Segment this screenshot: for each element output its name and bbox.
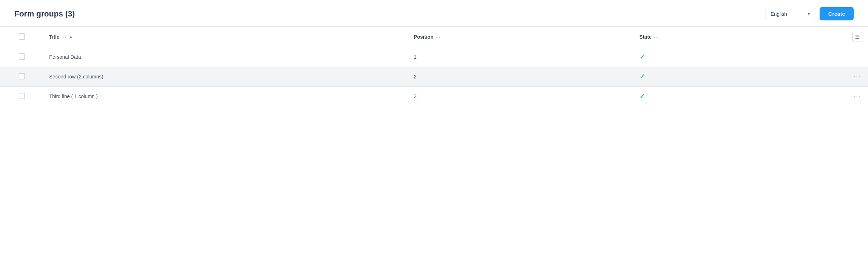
row-state: ✓: [634, 47, 825, 67]
row-actions-menu[interactable]: ···: [825, 47, 868, 67]
th-position-dots[interactable]: ···: [436, 34, 441, 40]
create-button[interactable]: Create: [820, 7, 854, 20]
row-position: 2: [408, 67, 633, 87]
row-actions-menu[interactable]: ···: [825, 87, 868, 106]
page-container: Form groups (3) English ▾ Create Title: [0, 0, 868, 270]
row-checkbox[interactable]: [19, 73, 25, 79]
table-body: Personal Data1✓···Second row (2 columns)…: [0, 47, 868, 106]
th-col-menu: ☰: [825, 27, 868, 47]
th-title: Title ··· ▲: [43, 27, 408, 47]
table-row: Third line ( 1 column )3✓···: [0, 87, 868, 106]
row-checkbox-cell: [0, 67, 43, 87]
table-wrapper: Title ··· ▲ Position ··· State: [0, 27, 868, 106]
row-title: Personal Data: [43, 47, 408, 67]
language-label: English: [770, 11, 787, 17]
row-title: Third line ( 1 column ): [43, 87, 408, 106]
row-state: ✓: [634, 67, 825, 87]
row-checkbox[interactable]: [19, 93, 25, 99]
state-check-icon: ✓: [640, 73, 645, 80]
select-all-checkbox[interactable]: [19, 33, 25, 40]
row-checkbox[interactable]: [19, 53, 25, 60]
th-state-label: State: [640, 34, 652, 40]
row-actions-menu[interactable]: ···: [825, 67, 868, 87]
th-position: Position ···: [408, 27, 633, 47]
th-checkbox: [0, 27, 43, 47]
th-title-dots[interactable]: ···: [62, 34, 67, 40]
header-actions: English ▾ Create: [765, 7, 854, 20]
row-checkbox-cell: [0, 87, 43, 106]
th-state-dots[interactable]: ···: [654, 34, 659, 40]
chevron-down-icon: ▾: [808, 11, 810, 16]
state-check-icon: ✓: [640, 93, 645, 100]
page-header: Form groups (3) English ▾ Create: [0, 0, 868, 26]
row-position: 3: [408, 87, 633, 106]
table-header-row: Title ··· ▲ Position ··· State: [0, 27, 868, 47]
form-groups-table: Title ··· ▲ Position ··· State: [0, 27, 868, 106]
state-check-icon: ✓: [640, 53, 645, 61]
row-title: Second row (2 columns): [43, 67, 408, 87]
row-position: 1: [408, 47, 633, 67]
row-checkbox-cell: [0, 47, 43, 67]
th-title-label: Title: [49, 34, 60, 40]
th-state: State ···: [634, 27, 825, 47]
row-state: ✓: [634, 87, 825, 106]
sort-up-icon[interactable]: ▲: [69, 34, 73, 39]
language-select[interactable]: English ▾: [765, 8, 815, 20]
page-title: Form groups (3): [14, 9, 75, 19]
col-menu-icon[interactable]: ☰: [852, 32, 862, 42]
table-row: Second row (2 columns)2✓···: [0, 67, 868, 87]
th-position-label: Position: [414, 34, 433, 40]
table-row: Personal Data1✓···: [0, 47, 868, 67]
